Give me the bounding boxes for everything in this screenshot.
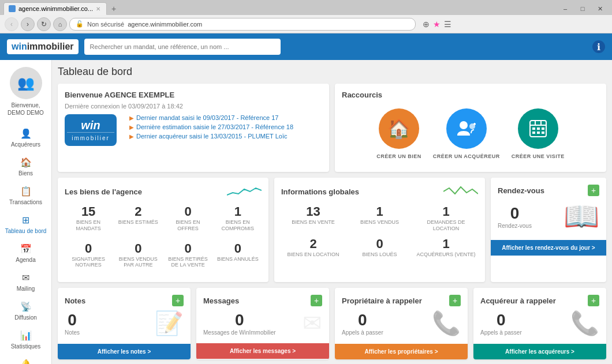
- close-button[interactable]: ✕: [591, 2, 609, 15]
- messages-icon: ✉: [303, 310, 322, 336]
- users-icon: 👤: [20, 128, 32, 139]
- shortcut-bien[interactable]: 🏠 CRÉER UN BIEN: [376, 108, 421, 159]
- sidebar-label-tableau: Tableau de bord: [5, 228, 47, 234]
- shortcuts-title: Raccourcis: [342, 91, 382, 99]
- messages-add-button[interactable]: +: [311, 295, 322, 306]
- notes-show-button[interactable]: Afficher les notes >: [58, 344, 191, 359]
- stat-annules: 0 BIENS ANNULÉS: [214, 239, 262, 271]
- proprietaire-num: 0: [342, 311, 383, 329]
- svg-rect-11: [532, 132, 535, 134]
- welcome-logo: win immobilier: [65, 114, 122, 146]
- proprietaire-add-button[interactable]: +: [449, 295, 461, 306]
- forward-button[interactable]: ›: [21, 17, 35, 31]
- tab-close[interactable]: ✕: [96, 6, 100, 12]
- messages-header: Messages +: [203, 295, 322, 306]
- biens-chart: [227, 185, 262, 198]
- notes-add-button[interactable]: +: [172, 295, 184, 306]
- refresh-button[interactable]: ↻: [37, 17, 51, 31]
- stats-icon: 📊: [20, 330, 32, 341]
- sidebar-item-relances[interactable]: 🔔 Relances: [0, 354, 51, 364]
- lock-icon: 🔓: [76, 20, 84, 28]
- shortcut-icon-bien: 🏠: [379, 108, 419, 149]
- stat-vendus-autre: 0 BIENS VENDUS PAR AUTRE: [114, 239, 162, 271]
- messages-label: Messages de WinImmobilier: [203, 329, 276, 336]
- browser-toolbar: ⊕ ★ ☰: [423, 20, 451, 29]
- sidebar-label-mailing: Mailing: [17, 286, 35, 292]
- infos-title: Informations globales: [281, 187, 359, 196]
- shortcut-acquereur[interactable]: CRÉER UN ACQUÉREUR: [433, 108, 500, 159]
- shortcut-icon-acquereur: [446, 108, 487, 149]
- sidebar-item-diffusion[interactable]: 📡 Diffusion: [0, 297, 51, 325]
- url-input[interactable]: 🔓 Non sécurisé agence.winimmobilier.com: [69, 18, 416, 31]
- sidebar-item-agenda[interactable]: 📅 Agenda: [0, 239, 51, 268]
- rdv-label: Rendez-vous: [498, 223, 532, 229]
- arrow-icon-1: ▶: [129, 115, 134, 121]
- info-button[interactable]: ℹ: [592, 40, 605, 53]
- stat-estimes: 2 BIENS ESTIMÉS: [114, 202, 162, 234]
- shortcut-visite[interactable]: CRÉER UNE VISITE: [512, 108, 565, 159]
- sidebar-item-mailing[interactable]: ✉ Mailing: [0, 268, 51, 297]
- acquereur-num: 0: [480, 311, 522, 329]
- shortcut-label-visite: CRÉER UNE VISITE: [512, 153, 565, 159]
- infos-stats2: 2 BIENS EN LOCATION 0 BIENS LOUÉS 1 ACQU…: [281, 234, 478, 260]
- messages-stats: 0 Messages de WinImmobilier: [203, 311, 276, 336]
- proprietaire-stats: 0 Appels à passer: [342, 311, 383, 336]
- rdv-add-button[interactable]: +: [588, 185, 599, 196]
- link-acquereur[interactable]: ▶ Dernier acquéreur saisi le 13/03/2015 …: [129, 133, 322, 140]
- menu-icon[interactable]: ☰: [444, 20, 451, 29]
- svg-rect-9: [537, 127, 540, 130]
- proprietaire-label: Appels à passer: [342, 329, 383, 336]
- new-tab-button[interactable]: +: [107, 2, 121, 15]
- welcome-header: Bienvenue AGENCE EXEMPLE: [65, 91, 322, 99]
- avatar: 👥: [10, 67, 42, 99]
- svg-rect-10: [542, 127, 544, 130]
- link-mandat[interactable]: ▶ Dernier mandat saisi le 09/03/2017 - R…: [129, 114, 322, 121]
- biens-title: Les biens de l'agence: [65, 187, 142, 196]
- notes-card: Notes + 0 Notes 📝 Afficher les notes >: [58, 288, 191, 359]
- transactions-icon: 📋: [20, 186, 32, 197]
- home-icon: 🏠: [20, 157, 32, 168]
- sidebar-item-acquereurs[interactable]: 👤 Acquéreurs: [0, 123, 51, 152]
- arrow-icon-3: ▶: [129, 133, 134, 140]
- sidebar-item-transactions[interactable]: 📋 Transactions: [0, 181, 51, 210]
- sidebar-item-stats[interactable]: 📊 Statistiques: [0, 325, 51, 354]
- tab-favicon: [9, 5, 16, 12]
- minimize-button[interactable]: –: [557, 2, 574, 15]
- messages-card: Messages + 0 Messages de WinImmobilier ✉…: [196, 288, 329, 359]
- user-greeting: Bienvenue, DEMO DEMO: [0, 102, 51, 117]
- link-estimation[interactable]: ▶ Dernière estimation saisie le 27/03/20…: [129, 123, 322, 130]
- sidebar-item-tableau[interactable]: ⊞ Tableau de bord: [0, 210, 51, 239]
- shortcuts-card: Raccourcis 🏠 CRÉER UN BIEN: [335, 84, 606, 172]
- proprietaire-content: 0 Appels à passer 📞: [342, 310, 461, 337]
- link-acquereur-text: Dernier acquéreur saisi le 13/03/2015 - …: [136, 133, 288, 140]
- acquereur-title: Acquéreur à rappeler: [480, 297, 556, 305]
- sidebar-label-acquereurs: Acquéreurs: [11, 141, 40, 148]
- notes-body: Notes + 0 Notes 📝: [58, 288, 191, 344]
- acquereur-show-button[interactable]: Afficher les acquéreurs >: [473, 344, 606, 359]
- dashboard-icon: ⊞: [22, 215, 29, 226]
- infos-header: Informations globales: [281, 185, 478, 198]
- extensions-icon[interactable]: ⊕: [423, 20, 430, 29]
- messages-title: Messages: [203, 297, 239, 305]
- browser-tab[interactable]: agence.winimmobilier.co... ✕: [3, 2, 107, 15]
- acquereur-add-button[interactable]: +: [588, 295, 599, 306]
- svg-rect-8: [532, 127, 535, 130]
- svg-point-0: [460, 121, 468, 129]
- rdv-icon: 📖: [564, 200, 599, 233]
- messages-show-button[interactable]: Afficher les messages >: [196, 343, 329, 359]
- sidebar: 👥 Bienvenue, DEMO DEMO 👤 Acquéreurs 🏠 Bi…: [0, 60, 52, 364]
- rdv-show-button[interactable]: Afficher les rendez-vous du jour >: [491, 240, 606, 256]
- restore-button[interactable]: □: [574, 2, 591, 15]
- home-button[interactable]: ⌂: [53, 17, 67, 31]
- back-button[interactable]: ‹: [5, 17, 18, 31]
- rdv-title: Rendez-vous: [498, 186, 544, 195]
- acquereur-label: Appels à passer: [480, 329, 522, 336]
- sidebar-item-biens[interactable]: 🏠 Biens: [0, 152, 51, 181]
- proprietaire-show-button[interactable]: Afficher les propriétaires >: [335, 344, 468, 359]
- bookmark-icon[interactable]: ★: [433, 20, 441, 29]
- notes-stats: 0 Notes: [65, 311, 80, 336]
- address-bar: ‹ › ↻ ⌂ 🔓 Non sécurisé agence.winimmobil…: [0, 15, 612, 33]
- browser-chrome: agence.winimmobilier.co... ✕ + – □ ✕ ‹ ›…: [0, 0, 612, 33]
- notes-header: Notes +: [65, 295, 184, 306]
- search-input[interactable]: [84, 39, 281, 55]
